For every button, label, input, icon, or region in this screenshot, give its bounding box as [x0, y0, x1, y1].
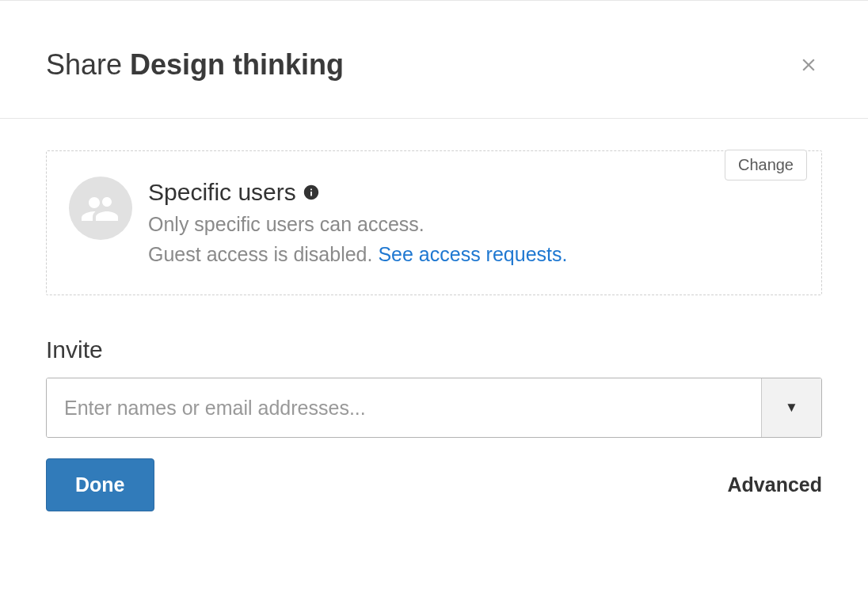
close-button[interactable]	[795, 51, 822, 78]
title-subject: Design thinking	[130, 48, 344, 81]
access-requests-link[interactable]: See access requests.	[378, 243, 567, 265]
invite-input-group: ▼	[46, 378, 822, 438]
access-description: Only specific users can access. Guest ac…	[148, 210, 567, 269]
access-title-row: Specific users	[148, 178, 567, 207]
footer-row: Done Advanced	[46, 458, 822, 511]
invite-dropdown-button[interactable]: ▼	[761, 378, 821, 437]
done-button[interactable]: Done	[46, 458, 154, 511]
chevron-down-icon: ▼	[785, 400, 798, 416]
access-desc-line1: Only specific users can access.	[148, 213, 424, 235]
invite-section: Invite ▼ Done Advanced	[46, 336, 822, 511]
dialog-header: Share Design thinking	[0, 0, 868, 119]
access-panel: Change Specific users Only specific user…	[46, 150, 822, 295]
dialog-body: Change Specific users Only specific user…	[0, 119, 868, 511]
advanced-link[interactable]: Advanced	[728, 473, 822, 496]
change-access-button[interactable]: Change	[725, 150, 807, 180]
dialog-title: Share Design thinking	[46, 48, 344, 82]
info-icon[interactable]	[303, 184, 320, 201]
title-prefix: Share	[46, 48, 130, 81]
access-text: Specific users Only specific users can a…	[148, 177, 567, 269]
invite-input[interactable]	[47, 378, 761, 437]
access-desc-line2-prefix: Guest access is disabled.	[148, 243, 378, 265]
close-icon	[798, 66, 819, 78]
access-title: Specific users	[148, 178, 296, 207]
share-dialog: Share Design thinking Change Specific us…	[0, 0, 868, 589]
users-icon	[69, 177, 132, 240]
invite-label: Invite	[46, 336, 822, 363]
